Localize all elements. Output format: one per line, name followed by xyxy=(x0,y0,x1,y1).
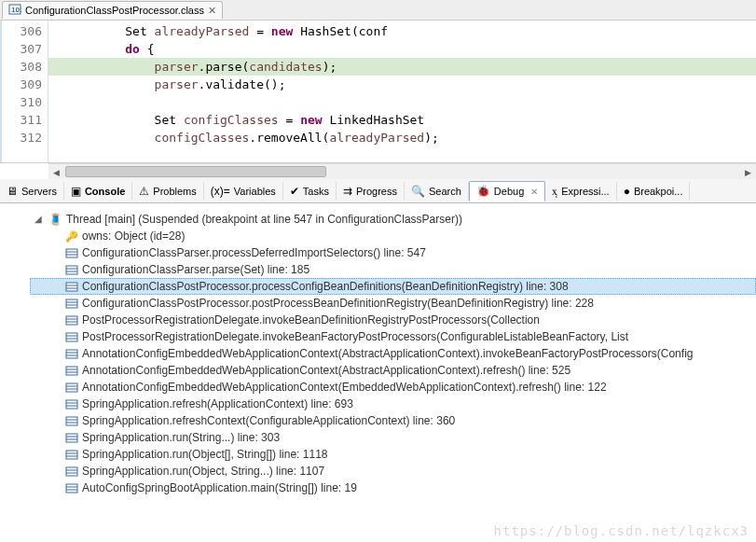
code-editor[interactable]: 306307308309310311312 Set alreadyParsed … xyxy=(0,21,756,163)
scroll-left-icon[interactable]: ◀ xyxy=(48,164,64,180)
stack-frame[interactable]: PostProcessorRegistrationDelegate.invoke… xyxy=(32,328,756,345)
stack-frame-label: AnnotationConfigEmbeddedWebApplicationCo… xyxy=(82,362,570,379)
view-tab-label: Servers xyxy=(21,186,57,197)
view-tab-breakpoi[interactable]: ●Breakpoi... xyxy=(617,182,691,201)
breakpoi-icon: ● xyxy=(624,185,630,198)
code-line[interactable]: parser.parse(candidates); xyxy=(48,58,756,76)
line-number: 312 xyxy=(2,129,42,146)
stack-frame-icon xyxy=(65,415,78,426)
stack-frame-label: SpringApplication.refresh(ApplicationCon… xyxy=(82,396,353,412)
thread-label: Thread [main] (Suspended (breakpoint at … xyxy=(66,211,462,228)
code-line[interactable]: do { xyxy=(48,40,756,58)
line-number: 310 xyxy=(2,93,42,111)
stack-frame-icon xyxy=(65,449,78,460)
svg-text:101: 101 xyxy=(11,6,21,14)
svg-rect-5 xyxy=(66,266,77,274)
svg-rect-14 xyxy=(66,316,77,325)
view-tab-label: Search xyxy=(429,186,461,197)
scrollbar-thumb[interactable] xyxy=(65,166,326,177)
stack-frame[interactable]: SpringApplication.refresh(ApplicationCon… xyxy=(32,396,756,412)
editor-tab-bar: 101 ConfigurationClassPostProcessor.clas… xyxy=(0,0,756,21)
debug-view[interactable]: ◢🧵Thread [main] (Suspended (breakpoint a… xyxy=(0,203,756,496)
editor-tab-title: ConfigurationClassPostProcessor.class xyxy=(25,5,204,16)
view-tab-problems[interactable]: ⚠Problems xyxy=(132,182,203,201)
code-line[interactable] xyxy=(48,93,756,111)
stack-frame-label: SpringApplication.run(Object, String...)… xyxy=(82,463,324,479)
stack-frame-label: AnnotationConfigEmbeddedWebApplicationCo… xyxy=(82,379,607,396)
search-icon: 🔍 xyxy=(411,185,425,198)
stack-frame[interactable]: SpringApplication.refreshContext(Configu… xyxy=(32,412,756,429)
view-tab-search[interactable]: 🔍Search xyxy=(405,182,469,201)
svg-rect-20 xyxy=(66,350,77,358)
variables-icon: (x)= xyxy=(211,185,230,198)
debug-icon: 🐞 xyxy=(476,185,490,198)
code-line[interactable]: Set alreadyParsed = new HashSet(conf xyxy=(48,22,756,40)
svg-rect-11 xyxy=(66,299,77,308)
horizontal-scrollbar[interactable]: ◀ ▶ xyxy=(48,163,756,179)
stack-frame-label: ConfigurationClassParser.parse(Set) line… xyxy=(82,261,309,278)
stack-frame[interactable]: SpringApplication.run(Object[], String[]… xyxy=(32,446,756,463)
view-tab-label: Console xyxy=(85,186,125,197)
stack-frame[interactable]: AnnotationConfigEmbeddedWebApplicationCo… xyxy=(32,379,756,396)
servers-icon: 🖥 xyxy=(7,185,18,198)
stack-frame[interactable]: ConfigurationClassParser.processDeferred… xyxy=(32,244,756,261)
stack-frame-label: ConfigurationClassPostProcessor.postProc… xyxy=(82,295,594,312)
svg-rect-29 xyxy=(66,400,77,409)
view-tab-tasks[interactable]: ✔Tasks xyxy=(283,182,337,201)
problems-icon: ⚠ xyxy=(139,185,149,198)
line-number-gutter: 306307308309310311312 xyxy=(0,21,48,162)
key-icon: 🔑 xyxy=(65,228,78,244)
stack-frame-icon xyxy=(65,466,78,477)
watermark: https://blog.csdn.net/lqzkcx3 xyxy=(494,523,749,538)
view-tab-progress[interactable]: ⇉Progress xyxy=(337,182,405,201)
view-tab-console[interactable]: ▣Console xyxy=(64,182,132,201)
stack-frame-label: ConfigurationClassParser.processDeferred… xyxy=(82,244,426,261)
close-icon[interactable]: ✕ xyxy=(530,187,538,197)
scroll-right-icon[interactable]: ▶ xyxy=(740,164,756,180)
view-tab-label: Expressi... xyxy=(561,186,609,197)
tasks-icon: ✔ xyxy=(290,185,299,198)
thread-icon: 🧵 xyxy=(48,211,62,228)
thread-node[interactable]: ◢🧵Thread [main] (Suspended (breakpoint a… xyxy=(32,211,756,228)
view-tab-servers[interactable]: 🖥Servers xyxy=(0,182,64,201)
svg-rect-35 xyxy=(66,434,77,442)
code-lines[interactable]: Set alreadyParsed = new HashSet(conf do … xyxy=(48,21,756,162)
line-number: 307 xyxy=(2,40,42,58)
stack-frame[interactable]: AnnotationConfigEmbeddedWebApplicationCo… xyxy=(32,345,756,362)
stack-frame[interactable]: SpringApplication.run(String...) line: 3… xyxy=(32,429,756,446)
line-number: 309 xyxy=(2,76,42,93)
stack-frame-icon xyxy=(65,398,78,410)
stack-frame[interactable]: PostProcessorRegistrationDelegate.invoke… xyxy=(32,312,756,328)
expand-icon[interactable]: ◢ xyxy=(32,211,45,228)
stack-frame-icon xyxy=(65,298,78,309)
stack-frame-icon xyxy=(65,314,78,326)
stack-frame[interactable]: ConfigurationClassPostProcessor.processC… xyxy=(30,278,756,295)
stack-frame[interactable]: AnnotationConfigEmbeddedWebApplicationCo… xyxy=(32,362,756,379)
stack-frame-label: SpringApplication.run(Object[], String[]… xyxy=(82,446,327,463)
line-number: 306 xyxy=(2,22,42,40)
stack-frame-icon xyxy=(65,432,78,443)
owns-node[interactable]: 🔑owns: Object (id=28) xyxy=(32,228,756,244)
stack-frame[interactable]: ConfigurationClassPostProcessor.postProc… xyxy=(32,295,756,312)
svg-rect-32 xyxy=(66,417,77,425)
close-icon[interactable]: ✕ xyxy=(208,5,216,17)
view-tab-expressi[interactable]: ᶍExpressi... xyxy=(545,182,616,201)
code-line[interactable]: parser.validate(); xyxy=(48,76,756,93)
view-tab-variables[interactable]: (x)=Variables xyxy=(204,182,283,201)
stack-frame[interactable]: ConfigurationClassParser.parse(Set) line… xyxy=(32,261,756,278)
stack-frame-label: AutoConfigSpringBootApplication.main(Str… xyxy=(82,479,357,496)
svg-rect-26 xyxy=(66,383,77,392)
code-line[interactable]: Set configClasses = new LinkedHashSet xyxy=(48,111,756,129)
view-tab-label: Breakpoi... xyxy=(634,186,683,197)
view-tab-label: Variables xyxy=(234,186,276,197)
stack-frame-icon xyxy=(65,365,78,376)
stack-frame[interactable]: SpringApplication.run(Object, String...)… xyxy=(32,463,756,479)
editor-tab[interactable]: 101 ConfigurationClassPostProcessor.clas… xyxy=(2,1,223,19)
svg-rect-38 xyxy=(66,451,77,459)
code-line[interactable]: configClasses.removeAll(alreadyParsed); xyxy=(48,129,756,146)
svg-rect-41 xyxy=(66,467,77,476)
progress-icon: ⇉ xyxy=(343,185,352,198)
stack-frame[interactable]: AutoConfigSpringBootApplication.main(Str… xyxy=(32,479,756,496)
stack-frame-label: PostProcessorRegistrationDelegate.invoke… xyxy=(82,312,540,328)
view-tab-debug[interactable]: 🐞Debug✕ xyxy=(469,181,545,202)
